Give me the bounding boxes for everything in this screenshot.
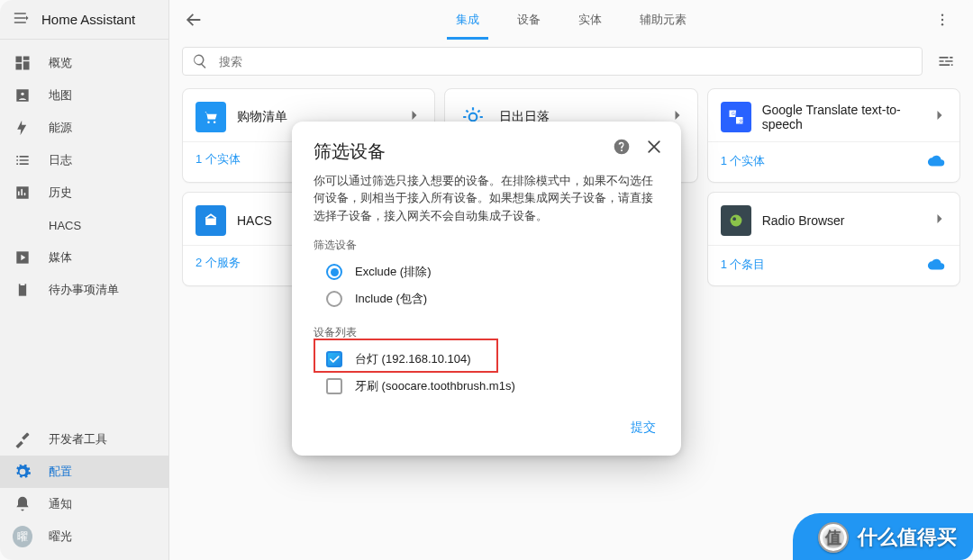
dialog-description: 你可以通过筛选只接入想要的设备。在排除模式中，如果不勾选任何设备，则相当于接入所…	[314, 173, 659, 225]
sidebar-item-todo[interactable]: 待办事项清单	[0, 274, 168, 306]
clipboard-icon	[13, 281, 32, 299]
watermark-badge: 值	[818, 522, 849, 553]
radio-include[interactable]: Include (包含)	[314, 285, 659, 312]
chevron-right-icon	[931, 210, 949, 231]
device-row-toothbrush[interactable]: 牙刷 (soocare.toothbrush.m1s)	[314, 373, 659, 400]
app-title: Home Assistant	[41, 12, 135, 27]
sidebar-item-energy[interactable]: 能源	[0, 112, 168, 144]
checkbox-icon	[326, 378, 342, 394]
radio-icon	[326, 291, 342, 307]
bolt-icon	[13, 119, 32, 137]
filter-button[interactable]	[932, 47, 960, 76]
nav-label: 配置	[49, 464, 72, 480]
svg-text:G: G	[732, 111, 735, 116]
search-icon	[192, 53, 208, 69]
watermark: 值 什么值得买	[796, 515, 973, 560]
svg-point-4	[207, 122, 210, 124]
sidebar-nav: 概览 地图 能源 日志 历史 HACS	[0, 40, 168, 313]
nav-label: 地图	[49, 87, 72, 104]
svg-point-5	[214, 122, 216, 124]
sidebar-item-log[interactable]: 日志	[0, 144, 168, 176]
help-circle-icon	[613, 138, 631, 156]
card-footer-text[interactable]: 1 个条目	[721, 257, 766, 273]
sidebar-item-user[interactable]: 曜 曜光	[0, 520, 168, 553]
svg-point-0	[21, 93, 23, 95]
arrow-left-icon	[184, 10, 204, 30]
cloud-icon	[927, 255, 947, 275]
card-footer-text[interactable]: 1 个实体	[196, 151, 241, 167]
sidebar-item-config[interactable]: 配置	[0, 456, 168, 488]
nav-label: 通知	[49, 496, 72, 512]
card-footer-text[interactable]: 2 个服务	[196, 255, 241, 271]
translate-icon: G文	[721, 102, 751, 132]
more-button[interactable]	[930, 7, 955, 32]
search-input[interactable]	[217, 54, 913, 69]
radio-label: Include (包含)	[355, 291, 427, 307]
radio-icon	[721, 205, 751, 236]
nav-label: 曜光	[49, 528, 72, 545]
chevron-right-icon	[931, 106, 949, 128]
svg-point-6	[469, 113, 477, 122]
help-button[interactable]	[609, 134, 634, 159]
sidebar: Home Assistant 概览 地图 能源 日志 历史	[0, 0, 169, 560]
checkbox-icon	[326, 351, 342, 367]
svg-point-11	[732, 217, 736, 221]
svg-point-2	[941, 19, 943, 21]
sidebar-item-dev[interactable]: 开发者工具	[0, 423, 168, 456]
avatar: 曜	[13, 526, 32, 547]
section-devices-label: 设备列表	[314, 325, 659, 340]
sidebar-item-hacs[interactable]: HACS	[0, 209, 168, 241]
section-filter-label: 筛选设备	[314, 238, 659, 253]
list-icon	[13, 151, 32, 169]
tab-devices[interactable]: 设备	[517, 0, 541, 40]
svg-point-1	[941, 14, 943, 16]
sidebar-item-notify[interactable]: 通知	[0, 488, 168, 520]
sidebar-item-history[interactable]: 历史	[0, 176, 168, 209]
card-title: Google Translate text-to-speech	[762, 103, 920, 131]
sidebar-item-map[interactable]: 地图	[0, 79, 168, 112]
radio-exclude[interactable]: Exclude (排除)	[314, 258, 659, 285]
submit-button[interactable]: 提交	[627, 414, 659, 441]
gear-icon	[13, 463, 32, 481]
menu-icon[interactable]	[13, 9, 31, 31]
nav-label: 概览	[49, 55, 72, 71]
tabbar: 集成 设备 实体 辅助元素	[169, 0, 973, 40]
watermark-text: 什么值得买	[858, 524, 957, 551]
tabs: 集成 设备 实体 辅助元素	[456, 0, 687, 40]
avatar-square-icon	[13, 86, 32, 104]
card-title: Radio Browser	[762, 213, 920, 228]
dashboard-icon	[13, 54, 32, 72]
nav-label: 待办事项清单	[49, 282, 119, 298]
card-footer-text[interactable]: 1 个实体	[721, 153, 766, 169]
wrench-icon	[13, 430, 32, 448]
close-icon	[645, 138, 663, 156]
nav-label: 能源	[49, 120, 72, 136]
svg-point-10	[730, 215, 741, 227]
svg-point-3	[941, 23, 943, 25]
search-bar	[182, 47, 960, 76]
svg-rect-9	[205, 219, 216, 226]
nav-label: 开发者工具	[49, 431, 107, 447]
filter-devices-dialog: 筛选设备 你可以通过筛选只接入想要的设备。在排除模式中，如果不勾选任何设备，则相…	[292, 122, 681, 456]
close-button[interactable]	[641, 134, 667, 159]
card-radio-browser[interactable]: Radio Browser 1 个条目	[707, 192, 960, 286]
tab-helpers[interactable]: 辅助元素	[640, 0, 687, 40]
dialog-actions: 提交	[314, 414, 659, 441]
bell-icon	[13, 495, 32, 513]
radio-icon	[326, 264, 342, 280]
card-google-translate-tts[interactable]: G文 Google Translate text-to-speech 1 个实体	[707, 88, 960, 183]
nav-label: 日志	[49, 152, 72, 168]
back-button[interactable]	[178, 5, 209, 35]
svg-text:文: 文	[738, 118, 742, 123]
avatar-initial: 曜	[13, 526, 32, 547]
sidebar-bottom: 开发者工具 配置 通知 曜 曜光	[0, 423, 168, 560]
sidebar-item-media[interactable]: 媒体	[0, 241, 168, 274]
dialog-title: 筛选设备	[314, 140, 659, 164]
tab-entities[interactable]: 实体	[578, 0, 602, 40]
sidebar-item-overview[interactable]: 概览	[0, 47, 168, 79]
search-field[interactable]	[182, 47, 923, 76]
dots-vertical-icon	[934, 12, 950, 28]
chart-icon	[13, 184, 32, 202]
tab-integrations[interactable]: 集成	[456, 0, 479, 40]
device-row-lamp[interactable]: 台灯 (192.168.10.104)	[314, 346, 659, 373]
